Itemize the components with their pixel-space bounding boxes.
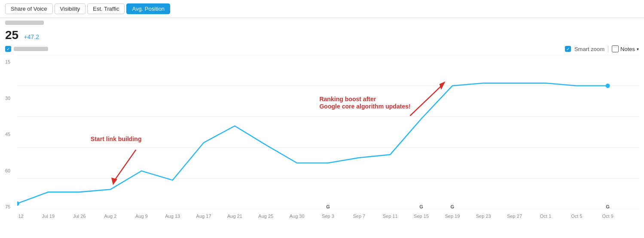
x-label-aug30: Aug 30 bbox=[290, 214, 305, 219]
x-label-sep11: Sep 11 bbox=[383, 214, 398, 219]
g-marker-oct9: G bbox=[606, 204, 610, 209]
notes-button[interactable]: Notes ▾ bbox=[612, 45, 639, 52]
g-marker-sep3: G bbox=[326, 204, 330, 209]
chevron-down-icon: ▾ bbox=[637, 47, 639, 51]
metric-delta: +47.2 bbox=[24, 33, 39, 40]
y-label-75: 75 bbox=[5, 204, 10, 209]
notes-label: Notes bbox=[620, 46, 635, 52]
legend-checkbox[interactable] bbox=[5, 46, 11, 52]
smart-zoom-checkbox[interactable] bbox=[565, 46, 571, 52]
x-label-sep19: Sep 19 bbox=[445, 214, 460, 219]
x-label-jul26: Jul 26 bbox=[73, 214, 85, 219]
x-label-aug2: Aug 2 bbox=[104, 214, 117, 219]
x-label-sep3: Sep 3 bbox=[322, 214, 334, 219]
x-label-jul12: Jul 12 bbox=[17, 214, 24, 219]
x-label-aug21: Aug 21 bbox=[227, 214, 242, 219]
x-label-aug13: Aug 13 bbox=[165, 214, 180, 219]
x-label-sep27: Sep 27 bbox=[507, 214, 522, 219]
y-axis: 15 30 45 60 75 bbox=[5, 59, 10, 209]
y-label-45: 45 bbox=[5, 132, 10, 137]
annotation-link-building: Start link building bbox=[91, 135, 142, 142]
annotation-ranking-boost-1: Ranking boost after bbox=[319, 96, 376, 102]
x-label-jul19: Jul 19 bbox=[42, 214, 55, 219]
annotation-arrow-2 bbox=[410, 85, 442, 116]
smart-zoom-label: Smart zoom bbox=[574, 46, 604, 52]
x-label-aug25: Aug 25 bbox=[258, 214, 273, 219]
x-axis: Jul 12 Jul 19 Jul 26 Aug 2 Aug 9 Aug 13 … bbox=[17, 209, 639, 222]
annotation-ranking-boost-2: Google core algorithm updates! bbox=[319, 103, 410, 110]
chart-svg-area: G G G G Start link building Ranking boos… bbox=[17, 55, 639, 209]
chart-dot-start bbox=[17, 201, 19, 205]
y-label-60: 60 bbox=[5, 168, 10, 173]
metric-label-blurred bbox=[5, 21, 44, 25]
x-label-oct9: Oct 9 bbox=[602, 214, 613, 219]
tab-visibility[interactable]: Visibility bbox=[55, 3, 86, 14]
tab-avg-position[interactable]: Avg. Position bbox=[126, 3, 170, 14]
x-label-oct1: Oct 1 bbox=[540, 214, 551, 219]
x-axis-svg: Jul 12 Jul 19 Jul 26 Aug 2 Aug 9 Aug 13 … bbox=[17, 209, 639, 222]
y-label-15: 15 bbox=[5, 59, 10, 64]
legend-row: Smart zoom Notes ▾ bbox=[0, 44, 644, 54]
chart-line bbox=[17, 83, 608, 204]
metric-section: 25 +47.2 bbox=[0, 18, 644, 44]
tab-bar: Share of Voice Visibility Est. Traffic A… bbox=[0, 0, 644, 18]
chart-wrapper: 15 30 45 60 75 G G G bbox=[0, 55, 644, 222]
legend-right: Smart zoom Notes ▾ bbox=[565, 45, 639, 52]
g-marker-sep11: G bbox=[419, 204, 423, 209]
legend-left bbox=[5, 46, 48, 52]
legend-divider bbox=[608, 45, 608, 52]
x-label-oct5: Oct 5 bbox=[571, 214, 582, 219]
tab-est-traffic[interactable]: Est. Traffic bbox=[87, 3, 125, 14]
x-label-aug9: Aug 9 bbox=[135, 214, 148, 219]
tab-share-of-voice[interactable]: Share of Voice bbox=[5, 3, 53, 14]
y-label-30: 30 bbox=[5, 96, 10, 101]
metric-value: 25 bbox=[5, 28, 18, 42]
g-marker-sep15: G bbox=[451, 204, 455, 209]
x-label-aug17: Aug 17 bbox=[196, 214, 211, 219]
x-label-sep7: Sep 7 bbox=[353, 214, 365, 219]
x-label-sep23: Sep 23 bbox=[476, 214, 491, 219]
annotation-arrowhead-1 bbox=[111, 178, 117, 185]
notes-icon bbox=[612, 45, 619, 52]
legend-label-blurred bbox=[14, 47, 48, 51]
x-label-sep15: Sep 15 bbox=[414, 214, 429, 219]
line-chart-svg: G G G G Start link building Ranking boos… bbox=[17, 55, 639, 209]
chart-dot-end bbox=[606, 84, 610, 88]
